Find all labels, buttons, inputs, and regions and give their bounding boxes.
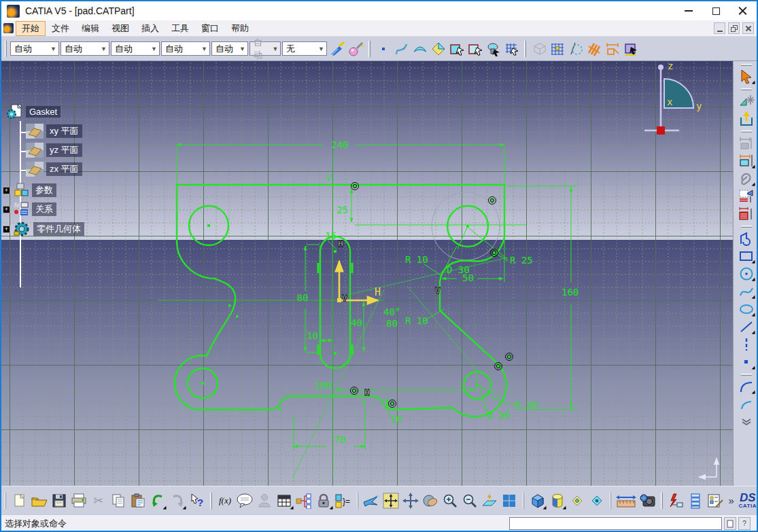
power-input-help-button[interactable]: ? (738, 517, 751, 530)
rules-button[interactable]: }= (334, 491, 354, 511)
work-on-grid-icon[interactable] (548, 39, 566, 58)
toolbar-grip[interactable] (661, 493, 662, 509)
open-button[interactable] (29, 491, 49, 511)
sketch-tools[interactable] (737, 92, 756, 110)
point-tool[interactable] (737, 353, 756, 371)
dim-notch-width-label[interactable]: 70 (334, 434, 346, 445)
geometric-constraint-icon[interactable] (621, 39, 640, 58)
constraint-tool[interactable] (737, 152, 756, 170)
swap-visible-space-button[interactable] (587, 491, 606, 511)
menu-file[interactable]: 文件 (46, 21, 75, 36)
mdi-close-button[interactable] (742, 22, 754, 34)
menu-view[interactable]: 视图 (105, 21, 135, 36)
dim-strut-width-label[interactable]: 50 (462, 272, 474, 283)
toolbar-grip[interactable] (368, 41, 371, 57)
pan-button[interactable] (401, 491, 421, 511)
menu-app-icon[interactable] (3, 23, 14, 33)
tree-item-relations[interactable]: + fx 关系 (3, 201, 56, 217)
menu-start[interactable]: 开始 (16, 21, 46, 36)
dim-top-offset-label[interactable]: 25 (337, 205, 348, 215)
toolbar-grip[interactable] (741, 226, 752, 228)
expand-icon[interactable]: + (3, 226, 10, 233)
auto-constraint-tool[interactable] (737, 205, 756, 223)
capture-button[interactable] (638, 491, 657, 511)
mdi-minimize-button[interactable] (714, 22, 725, 34)
more-tools-chevron[interactable] (737, 413, 756, 431)
surface-tool-icon[interactable] (411, 39, 429, 58)
dim-slot-offset-label[interactable]: 40 (351, 317, 362, 328)
toolbar-grip[interactable] (741, 64, 752, 66)
power-input-field[interactable] (509, 517, 722, 530)
doc-status-button[interactable] (724, 517, 736, 530)
dim-diagonal-label[interactable]: 80 (386, 318, 398, 329)
exit-workbench[interactable] (737, 110, 756, 128)
render-style-button[interactable] (547, 491, 567, 511)
new-document-button[interactable] (10, 491, 29, 511)
rotate-button[interactable] (421, 491, 441, 511)
compass-anchor[interactable] (657, 126, 665, 135)
undo-button[interactable] (148, 491, 167, 511)
lock-button[interactable] (314, 491, 334, 511)
normal-view-button[interactable] (480, 491, 500, 511)
toolbar-grip[interactable] (741, 88, 752, 90)
dim-slot-radius-label[interactable]: 15 (325, 230, 337, 241)
tree-item-yz-plane[interactable]: yz 平面 (26, 143, 82, 158)
comment-button[interactable] (235, 491, 255, 511)
chamfer-tool[interactable] (737, 395, 756, 413)
wizard-wand-icon[interactable] (347, 39, 365, 58)
fly-mode-button[interactable] (362, 491, 381, 511)
copy-button[interactable] (108, 491, 128, 511)
select-tool[interactable] (737, 68, 756, 86)
line-tool[interactable] (737, 318, 756, 336)
line-type-combo[interactable]: 自动▼ (161, 41, 210, 56)
minimize-button[interactable] (675, 2, 702, 20)
grid-select-icon[interactable] (502, 39, 521, 58)
assemble-select-icon[interactable] (484, 39, 502, 58)
opacity-combo[interactable]: 自动▼ (111, 41, 160, 56)
multi-view-button[interactable] (500, 491, 519, 511)
spline-tool-icon[interactable] (392, 39, 411, 58)
dim-bottom-diameter-label[interactable]: D 20 (487, 410, 510, 421)
print-button[interactable] (69, 491, 88, 511)
spline-tool[interactable] (737, 283, 756, 300)
paste-button[interactable] (128, 491, 148, 511)
menu-window[interactable]: 窗口 (195, 21, 225, 36)
tree-item-xy-plane[interactable]: xy 平面 (26, 124, 82, 139)
diamond-feature-icon[interactable] (429, 39, 447, 58)
fit-all-in-button[interactable] (381, 491, 401, 511)
menu-tools[interactable]: 工具 (165, 21, 195, 36)
toolbar-grip[interactable] (357, 493, 358, 509)
toolbar-grip[interactable] (210, 493, 211, 509)
more-toolbars-chevron[interactable]: » (725, 491, 738, 511)
expand-icon[interactable]: + (3, 187, 10, 194)
menu-edit[interactable]: 编辑 (75, 21, 105, 36)
dim-bottom-lobe-radius-label[interactable]: R 20 (515, 400, 538, 410)
menu-help[interactable]: 帮助 (225, 21, 255, 36)
dim-angle-label[interactable]: 40° (383, 306, 400, 317)
maximize-button[interactable] (702, 2, 729, 20)
catalog-browser-button[interactable] (706, 491, 725, 511)
tree-root-gasket[interactable]: Gasket (7, 103, 61, 120)
corner-tool[interactable] (737, 378, 756, 395)
link-manager-button[interactable] (294, 491, 314, 511)
line-color-combo[interactable]: 自动▼ (61, 41, 109, 56)
knowledge-update-button[interactable] (666, 491, 686, 511)
profile-tool[interactable] (737, 230, 756, 247)
shading-mode-button[interactable] (528, 491, 547, 511)
dim-fillet-upper-label[interactable]: R 10 (405, 254, 428, 265)
measure-button[interactable] (615, 491, 638, 511)
dim-top-lobe-radius-label[interactable]: R 25 (510, 255, 533, 266)
list-button[interactable] (686, 491, 706, 511)
tree-item-zx-plane[interactable]: zx 平面 (26, 162, 82, 177)
toolbar-grip[interactable] (5, 41, 7, 57)
catalog-box2-icon[interactable] (466, 39, 484, 58)
painter-brush-icon[interactable] (328, 39, 347, 58)
dim-slot-half-width-label[interactable]: 10 (307, 330, 318, 341)
layer-combo[interactable]: 无▼ (282, 41, 327, 56)
dim-height-label[interactable]: 160 (562, 287, 579, 298)
ellipse-tool[interactable] (737, 300, 756, 318)
tree-root-label[interactable]: Gasket (26, 106, 61, 118)
save-button[interactable] (49, 491, 69, 511)
circle-tool[interactable] (737, 265, 756, 283)
context-help-button[interactable]: ? (187, 491, 207, 511)
